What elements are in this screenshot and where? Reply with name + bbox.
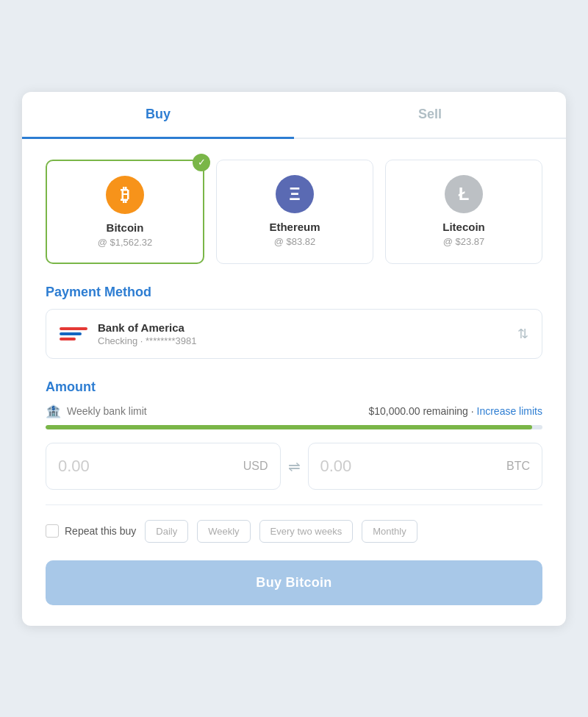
freq-biweekly[interactable]: Every two weeks	[259, 520, 354, 543]
ethereum-icon: Ξ	[276, 175, 314, 213]
tab-bar: Buy Sell	[22, 92, 566, 139]
chevron-updown-icon: ⇅	[517, 326, 528, 342]
crypto-card-litecoin[interactable]: Ł Litecoin @ $23.87	[385, 160, 542, 264]
limit-remaining: $10,000.00 remaining	[368, 405, 467, 417]
bank-building-icon: 🏦	[46, 404, 61, 419]
ethereum-name: Ethereum	[229, 221, 361, 233]
tab-sell[interactable]: Sell	[294, 92, 566, 139]
crypto-selector: ✓ ₿ Bitcoin @ $1,562.32 Ξ Ethereum @ $83…	[46, 160, 542, 264]
bank-name: Bank of America	[98, 321, 196, 334]
increase-limits-link[interactable]: Increase limits	[477, 405, 542, 417]
crypto-card-bitcoin[interactable]: ✓ ₿ Bitcoin @ $1,562.32	[46, 160, 204, 264]
litecoin-name: Litecoin	[398, 221, 530, 233]
btc-currency-label: BTC	[506, 460, 530, 473]
freq-daily[interactable]: Daily	[145, 520, 188, 543]
crypto-card-ethereum[interactable]: Ξ Ethereum @ $83.82	[216, 160, 373, 264]
repeat-label: Repeat this buy	[65, 525, 136, 537]
payment-method-selector[interactable]: Bank of America Checking · ********3981 …	[46, 309, 542, 359]
litecoin-icon: Ł	[445, 175, 483, 213]
bank-details: Bank of America Checking · ********3981	[98, 321, 196, 346]
buy-button[interactable]: Buy Bitcoin	[46, 560, 542, 605]
weekly-limit-label: Weekly bank limit	[67, 405, 147, 417]
repeat-checkbox-wrap: Repeat this buy	[46, 524, 136, 538]
amount-inputs: 0.00 USD ⇌ 0.00 BTC	[46, 443, 542, 490]
bitcoin-icon: ₿	[106, 176, 144, 214]
usd-input-box[interactable]: 0.00 USD	[46, 443, 281, 490]
tab-buy[interactable]: Buy	[22, 92, 294, 139]
amount-section-label: Amount	[46, 379, 542, 395]
usd-value: 0.00	[58, 457, 90, 476]
usd-currency-label: USD	[243, 460, 268, 473]
selected-check-icon: ✓	[193, 154, 210, 171]
divider	[46, 504, 542, 505]
limit-right: $10,000.00 remaining · Increase limits	[368, 405, 542, 417]
bitcoin-price: @ $1,562.32	[59, 237, 191, 248]
amount-section: Amount 🏦 Weekly bank limit $10,000.00 re…	[46, 379, 542, 490]
ethereum-price: @ $83.82	[229, 236, 361, 247]
bank-account: Checking · ********3981	[98, 335, 196, 346]
limit-left: 🏦 Weekly bank limit	[46, 404, 147, 419]
payment-section-label: Payment Method	[46, 285, 542, 300]
limit-separator: ·	[471, 405, 477, 417]
progress-fill	[46, 425, 532, 429]
limit-row: 🏦 Weekly bank limit $10,000.00 remaining…	[46, 404, 542, 419]
freq-weekly[interactable]: Weekly	[197, 520, 250, 543]
repeat-checkbox[interactable]	[46, 524, 59, 538]
litecoin-price: @ $23.87	[398, 236, 530, 247]
btc-value: 0.00	[320, 457, 352, 476]
btc-input-box[interactable]: 0.00 BTC	[308, 443, 543, 490]
freq-monthly[interactable]: Monthly	[362, 520, 417, 543]
main-card: Buy Sell ✓ ₿ Bitcoin @ $1,562.32 Ξ Ether…	[22, 92, 566, 626]
content-area: ✓ ₿ Bitcoin @ $1,562.32 Ξ Ethereum @ $83…	[22, 139, 566, 626]
swap-icon[interactable]: ⇌	[288, 457, 301, 475]
repeat-row: Repeat this buy Daily Weekly Every two w…	[46, 520, 542, 543]
limit-progress-bar	[46, 425, 542, 429]
bank-of-america-logo	[60, 324, 87, 344]
bitcoin-name: Bitcoin	[59, 221, 191, 234]
payment-info: Bank of America Checking · ********3981	[60, 321, 196, 346]
